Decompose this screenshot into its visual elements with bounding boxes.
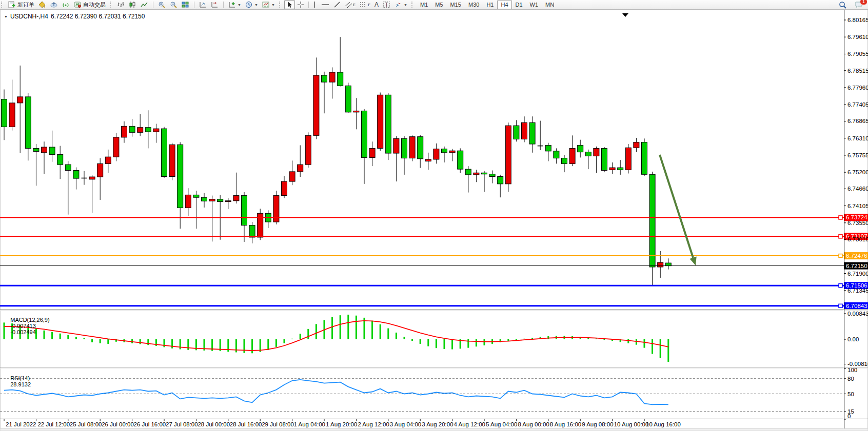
price-axis-tick-label: 6.77405 [847,101,868,108]
rsi-axis-tick-label: 0 [847,413,851,419]
timeframe-button-M1[interactable]: M1 [417,1,431,9]
bull-candle [594,148,599,156]
vertical-line-tool-button[interactable] [310,0,319,9]
toolbar-grip[interactable] [110,2,113,8]
fibonacci-tool-button[interactable]: F [358,0,372,9]
auto-scroll-button[interactable] [197,0,209,9]
timeframe-button-MN[interactable]: MN [542,1,558,9]
chart-canvas[interactable]: 6.737246.731076.724766.721506.715066.708… [0,0,868,431]
macd-histogram-bar [171,339,173,348]
macd-signal-value: -0.002494 [10,329,36,335]
bull-candle [113,137,119,157]
time-axis-tick-label: 1 Aug 04:00 [294,421,325,427]
timeframe-button-M30[interactable]: M30 [465,1,483,9]
macd-histogram-bar [75,337,77,339]
macd-histogram-bar [267,339,269,350]
publish-chart-icon [50,1,58,8]
toolbar-right-tools: 1 [837,0,868,9]
notifications-button[interactable]: 1 [853,0,865,9]
autotrade-button[interactable]: 自动交易 [72,0,108,9]
macd-histogram-bar [627,339,629,343]
template-button[interactable]: ▼ [260,0,277,9]
signals-button[interactable] [60,0,72,9]
cursor-tool-button[interactable] [284,0,295,9]
timeframe-button-M5[interactable]: M5 [431,1,446,9]
zoom-in-button[interactable] [156,0,168,9]
level-line-handle[interactable] [839,235,842,238]
macd-axis-tick-label: -0.008167 [847,361,868,367]
dropdown-caret-icon: ▼ [238,3,241,7]
horizontal-line-tool-button[interactable] [319,0,331,9]
zoom-in-icon [158,1,166,8]
rsi-name: RSI(14) [10,375,30,381]
macd-histogram-bar [451,339,453,350]
timeframe-button-W1[interactable]: W1 [526,1,542,9]
price-axis-tick-label: 6.74105 [847,203,868,209]
macd-histogram-bar [380,324,381,339]
text-tool-button[interactable]: A [372,0,381,9]
bar-chart-button[interactable] [115,0,127,9]
toolbar-grip[interactable] [411,2,415,8]
macd-histogram-bar [356,316,357,339]
macd-histogram-bar [467,339,469,348]
text-label-tool-button[interactable]: T [381,0,392,9]
macd-indicator-label: MACD(12,26,9) -0.007413 -0.002494 [4,311,50,341]
arrows-shapes-icon [394,1,402,8]
period-button[interactable]: ▼ [243,0,260,9]
shapes-tool-button[interactable]: ▼ [392,0,409,9]
line-chart-button[interactable] [139,0,150,9]
bull-candle [378,95,383,148]
tile-windows-button[interactable] [180,0,191,9]
toolbar-grip[interactable] [279,2,282,8]
macd-histogram-bar [667,339,669,362]
bear-candle [218,199,223,202]
bear-candle [65,165,71,170]
styler-button[interactable] [36,0,48,9]
level-line-handle[interactable] [839,254,842,258]
search-button[interactable] [837,0,849,9]
macd-histogram-bar [147,339,149,345]
bull-candle [329,72,335,82]
bull-candle [169,145,175,176]
bull-candle [289,172,295,181]
timeframe-button-H1[interactable]: H1 [483,1,497,9]
macd-histogram-bar [436,339,437,348]
chart-shift-button[interactable] [209,0,221,9]
macd-histogram-bar [371,321,373,339]
zoom-out-button[interactable] [168,0,180,9]
bull-candle [282,181,287,196]
toolbar-grip[interactable] [1,2,4,8]
price-axis-tick-label: 6.79055 [847,51,868,57]
bull-candle [609,168,615,170]
macd-histogram-bar [51,332,53,339]
time-axis-tick-label: 29 Jul 08:00 [262,421,294,427]
price-axis-tick-label: 6.79610 [847,34,868,40]
macd-histogram-bar [291,339,293,339]
timeframe-button-M15[interactable]: M15 [447,1,465,9]
chart-symbol-period: USDCNH-,H4 [10,13,48,20]
timeframe-button-H4[interactable]: H4 [497,1,511,9]
chart-ohlc-values: 6.72242 6.72390 6.72031 6.72150 [51,13,145,20]
timeframe-group: M1M5M15M30H1H4D1W1MN [416,0,559,9]
bear-candle [177,145,183,208]
macd-histogram-bar [340,315,341,339]
level-line-handle[interactable] [839,216,842,219]
search-icon [839,1,846,9]
bear-candle [498,176,503,183]
macd-name: MACD(12,26,9) [10,317,49,323]
equidistant-channel-tool-button[interactable]: E [343,0,358,9]
timeframe-button-D1[interactable]: D1 [512,1,526,9]
macd-histogram-bar [300,334,301,339]
time-axis-tick-label: 26 Jul 00:00 [102,421,134,427]
new-order-button[interactable]: 新订单 [6,0,36,9]
trendline-tool-button[interactable] [331,0,343,9]
candlestick-chart-button[interactable] [127,0,139,9]
add-indicator-button[interactable]: ▼ [226,0,243,9]
crosshair-tool-button[interactable] [295,0,307,9]
level-line-handle[interactable] [839,304,842,307]
level-line-handle[interactable] [839,284,842,288]
publish-button[interactable] [48,0,60,9]
macd-histogram-bar [604,339,605,340]
macd-histogram-bar [652,339,653,354]
chart-collapse-icon[interactable]: ▼ [4,15,8,18]
